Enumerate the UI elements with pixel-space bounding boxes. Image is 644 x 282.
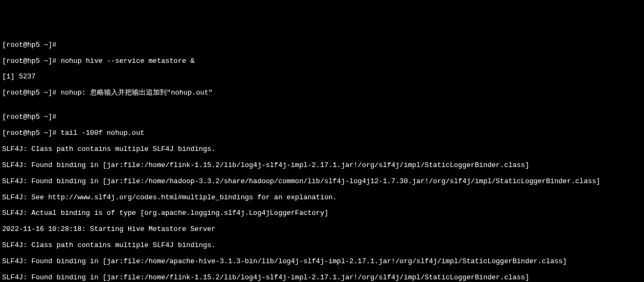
terminal-line: SLF4J: Found binding in [jar:file:/home/… [2, 258, 642, 266]
terminal-line: SLF4J: Class path contains multiple SLF4… [2, 242, 642, 250]
terminal-line: SLF4J: Actual binding is of type [org.ap… [2, 209, 642, 218]
terminal-line: SLF4J: Found binding in [jar:file:/home/… [2, 178, 642, 186]
terminal-line: 2022-11-16 10:28:18: Starting Hive Metas… [2, 226, 642, 234]
terminal-line: [root@hp5 ~]# nohup hive --service metas… [2, 57, 642, 66]
terminal-line: SLF4J: Class path contains multiple SLF4… [2, 146, 642, 154]
terminal-line: [root@hp5 ~]# [2, 41, 642, 49]
terminal-line: SLF4J: Found binding in [jar:file:/home/… [2, 162, 642, 170]
terminal-line: [1] 5237 [2, 73, 642, 81]
terminal-line: SLF4J: Found binding in [jar:file:/home/… [2, 274, 642, 282]
terminal-line: [root@hp5 ~]# nohup: 忽略输入并把输出追加到"nohup.o… [2, 89, 642, 97]
terminal-line: [root@hp5 ~]# [2, 113, 642, 121]
terminal-line: [root@hp5 ~]# tail -100f nohup.out [2, 129, 642, 138]
terminal-line: SLF4J: See http://www.slf4j.org/codes.ht… [2, 194, 642, 202]
terminal-output[interactable]: [root@hp5 ~]# [root@hp5 ~]# nohup hive -… [2, 33, 642, 282]
